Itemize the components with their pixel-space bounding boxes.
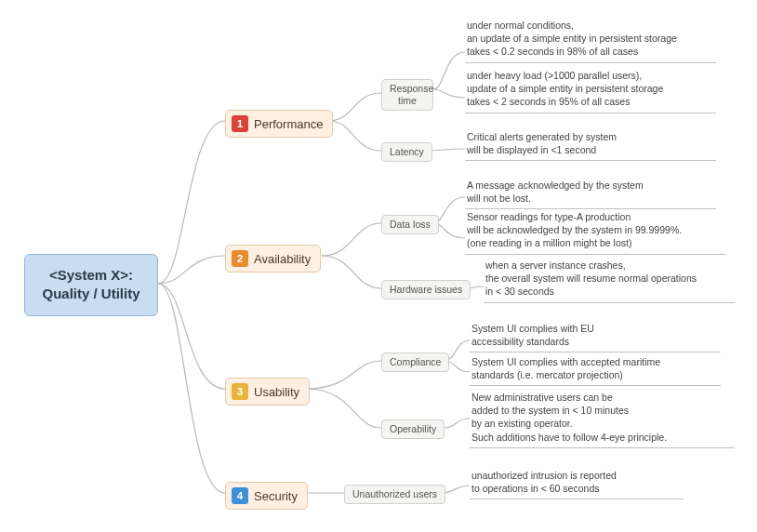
sub-label: Responsetime: [390, 83, 433, 106]
leaf-response-heavy: under heavy load (>1000 parallel users),…: [465, 69, 716, 113]
sub-label: Operability: [390, 423, 436, 434]
sub-data-loss[interactable]: Data loss: [381, 215, 439, 234]
leaf-response-normal: under normal conditions,an update of a s…: [465, 19, 716, 63]
category-label: Performance: [254, 117, 323, 131]
badge-icon: 4: [232, 487, 248, 504]
leaf-compliance-eu: System UI complies with EUaccessibility …: [470, 322, 721, 352]
sub-label: Latency: [390, 146, 424, 157]
leaf-latency: Critical alerts generated by systemwill …: [465, 130, 716, 161]
badge-icon: 3: [232, 383, 248, 400]
category-security[interactable]: 4 Security: [225, 482, 308, 510]
leaf-hardware: when a server instance crashes,the overa…: [484, 259, 735, 303]
leaf-sensor: Sensor readings for type-A productionwil…: [465, 210, 725, 255]
sub-label: Data loss: [390, 219, 431, 230]
leaf-unauthorized: unauthorized intrusion is reportedto ope…: [470, 469, 684, 499]
category-label: Security: [254, 489, 298, 503]
sub-label: Unauthorized users: [352, 488, 437, 499]
badge-icon: 1: [232, 115, 248, 132]
leaf-operability: New administrative users can beadded to …: [470, 391, 735, 448]
sub-hardware-issues[interactable]: Hardware issues: [381, 280, 471, 299]
sub-latency[interactable]: Latency: [381, 142, 432, 162]
leaf-compliance-maritime: System UI complies with accepted maritim…: [470, 355, 721, 386]
category-label: Availability: [254, 252, 311, 266]
sub-label: Hardware issues: [390, 284, 462, 295]
sub-operability[interactable]: Operability: [381, 419, 445, 439]
category-usability[interactable]: 3 Usability: [225, 378, 310, 406]
badge-icon: 2: [232, 250, 248, 267]
sub-label: Compliance: [390, 356, 441, 367]
category-performance[interactable]: 1 Performance: [225, 110, 333, 138]
root-label: <System X>:Quality / Utility: [42, 267, 139, 301]
category-availability[interactable]: 2 Availability: [225, 245, 321, 273]
category-label: Usability: [254, 385, 299, 399]
sub-compliance[interactable]: Compliance: [381, 352, 449, 372]
sub-unauthorized-users[interactable]: Unauthorized users: [344, 485, 445, 504]
sub-response-time[interactable]: Responsetime: [381, 79, 433, 111]
root-node[interactable]: <System X>:Quality / Utility: [24, 254, 158, 316]
leaf-msg-ack: A message acknowledged by the systemwill…: [465, 179, 716, 209]
